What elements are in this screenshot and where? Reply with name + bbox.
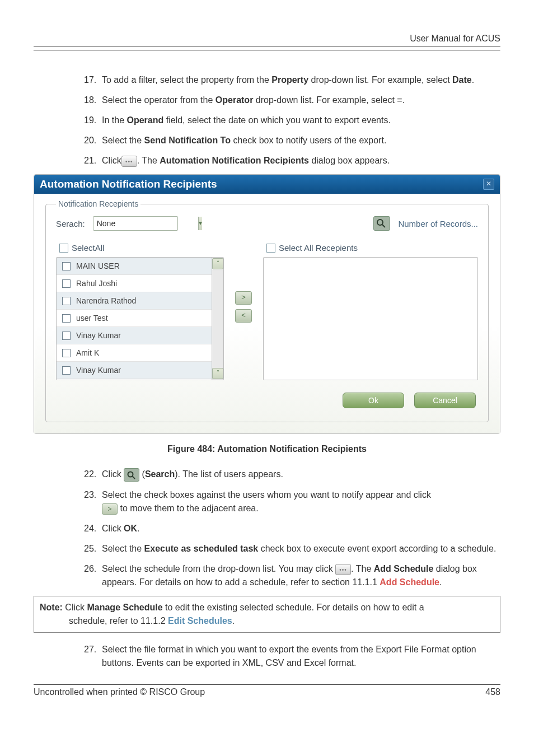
scroll-up-icon[interactable]: ˄ — [212, 258, 223, 269]
user-checkbox[interactable] — [62, 366, 71, 375]
note-manage-schedule: Manage Schedule — [87, 603, 162, 612]
scrollbar[interactable]: ˄ ˅ — [212, 258, 223, 380]
edit-schedules-link[interactable]: Edit Schedules — [168, 616, 232, 626]
cross-ref-link[interactable]: Add Schedule — [380, 577, 439, 587]
select-all-recipients-label: Select All Recepients — [279, 243, 358, 253]
user-name: MAIN USER — [76, 262, 120, 270]
note-text-1: Click — [63, 603, 87, 612]
header-underline — [34, 50, 500, 51]
svg-point-2 — [128, 472, 133, 477]
step-number: 24. — [84, 522, 96, 535]
user-name: Vinay Kumar — [76, 331, 121, 340]
step-number: 23. — [84, 488, 96, 502]
step-item: 17.To add a filter, select the property … — [84, 73, 500, 87]
cancel-button[interactable]: Cancel — [414, 393, 476, 408]
search-input[interactable] — [93, 217, 198, 230]
user-checkbox[interactable] — [62, 279, 71, 288]
step-number: 25. — [84, 542, 96, 556]
step-item: 27.Select the file format in which you w… — [84, 643, 500, 670]
ok-button[interactable]: Ok — [343, 393, 404, 408]
step-number: 26. — [84, 562, 96, 576]
note-text-2b: . — [232, 616, 235, 626]
step-number: 21. — [84, 154, 96, 167]
step-item: 19.In the Operand field, select the date… — [84, 114, 500, 127]
move-right-button[interactable]: > — [235, 291, 252, 305]
available-users-list: MAIN USERRahul JoshiNarendra Rathoduser … — [56, 257, 224, 380]
select-all-label: SelectAll — [72, 243, 104, 253]
step-number: 18. — [84, 94, 96, 107]
search-label: Serach: — [56, 219, 85, 228]
list-item[interactable]: Narendra Rathod — [57, 292, 212, 310]
user-name: Rahul Joshi — [76, 279, 117, 288]
step-item: 20.Select the Send Notification To check… — [84, 134, 500, 147]
steps-list-a: 17.To add a filter, select the property … — [84, 73, 500, 167]
steps-list-b: 22.Click (Search). The list of users app… — [84, 468, 500, 589]
svg-line-1 — [382, 225, 385, 227]
step-item: 18.Select the operator from the Operator… — [84, 94, 500, 107]
fieldset-legend: Notification Recepients — [56, 199, 140, 208]
search-icon[interactable] — [124, 468, 139, 482]
note-text-1b: to edit the existing selected schedule. … — [163, 603, 424, 612]
list-item[interactable]: Amit K — [57, 344, 212, 362]
step-item: 21.Click•••. The Automation Notification… — [84, 154, 500, 167]
list-item[interactable]: Rahul Joshi — [57, 275, 212, 292]
step-number: 20. — [84, 134, 96, 147]
svg-point-0 — [377, 220, 383, 225]
steps-list-c: 27.Select the file format in which you w… — [84, 643, 500, 670]
list-item[interactable]: user Test — [57, 310, 212, 327]
ellipsis-icon[interactable]: ••• — [335, 564, 351, 575]
note-box: Note: Click Manage Schedule to edit the … — [34, 596, 500, 633]
user-name: Narendra Rathod — [76, 296, 136, 305]
note-prefix: Note: — [40, 603, 63, 612]
ellipsis-icon[interactable]: ••• — [121, 156, 137, 167]
page-number: 458 — [485, 687, 500, 697]
list-item[interactable]: Vinay Kumar — [57, 327, 212, 344]
step-number: 17. — [84, 73, 96, 87]
user-checkbox[interactable] — [62, 262, 71, 270]
close-icon[interactable]: ✕ — [483, 179, 494, 190]
list-item[interactable]: Vinay Kumar — [57, 362, 212, 379]
step-item: 26.Select the schedule from the drop-dow… — [84, 562, 500, 589]
header-title: User Manual for ACUS — [34, 34, 500, 46]
user-checkbox[interactable] — [62, 314, 71, 323]
step-item: 24.Click OK. — [84, 522, 500, 535]
search-dropdown[interactable]: ▾ — [93, 216, 178, 231]
selected-recipients-list — [263, 257, 478, 380]
list-item[interactable]: MAIN USER — [57, 258, 212, 275]
user-checkbox[interactable] — [62, 297, 71, 305]
note-text-2a: schedule, refer to 11.1.2 — [69, 616, 168, 626]
select-all-recipients-checkbox[interactable] — [266, 244, 275, 253]
recipients-dialog: Automation Notification Recipients ✕ Not… — [34, 174, 500, 434]
step-number: 19. — [84, 114, 96, 127]
user-name: Amit K — [76, 348, 99, 357]
step-item: 23.Select the check boxes against the us… — [84, 488, 500, 515]
figure-caption: Figure 484: Automation Notification Reci… — [34, 444, 500, 454]
chevron-down-icon[interactable]: ▾ — [198, 217, 202, 230]
step-item: 25.Select the Execute as scheduled task … — [84, 542, 500, 556]
user-checkbox[interactable] — [62, 332, 71, 340]
svg-line-3 — [133, 476, 135, 479]
search-icon[interactable] — [373, 216, 390, 231]
chevron-right-icon[interactable]: > — [102, 503, 118, 515]
user-name: Vinay Kumar — [76, 366, 121, 375]
move-left-button[interactable]: < — [235, 309, 252, 323]
user-checkbox[interactable] — [62, 349, 71, 357]
step-item: 22.Click (Search). The list of users app… — [84, 468, 500, 482]
user-name: user Test — [76, 314, 108, 323]
number-of-records-link[interactable]: Number of Records... — [398, 219, 478, 228]
select-all-checkbox[interactable] — [59, 244, 68, 253]
step-number: 27. — [84, 643, 96, 656]
step-number: 22. — [84, 468, 96, 481]
footer-left: Uncontrolled when printed © RISCO Group — [34, 687, 205, 697]
dialog-title: Automation Notification Recipients — [40, 178, 217, 190]
scroll-down-icon[interactable]: ˅ — [212, 368, 223, 379]
